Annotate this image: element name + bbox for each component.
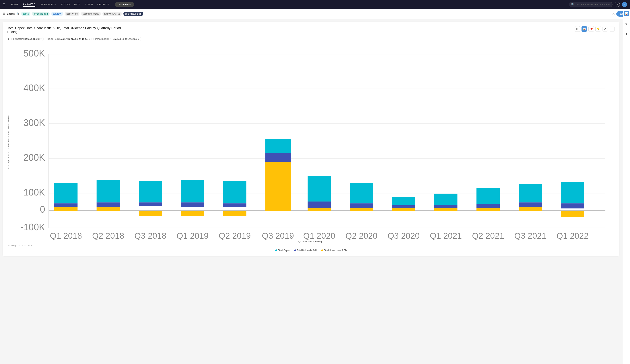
bar-share-q2-2020[interactable] [350,208,373,211]
insight-btn[interactable]: 💡 [595,26,601,32]
bar-share-q2-2018[interactable] [96,207,120,211]
nav-spotiq[interactable]: SPOTIQ [60,2,70,6]
sidebar-chart-btn[interactable]: 📊 [624,11,629,16]
bar-chart-btn[interactable]: 📊 [582,26,587,32]
bar-div-q2-2018[interactable] [96,202,120,207]
bar-div-q1-2018[interactable] [54,203,78,207]
bar-div-q1-2022[interactable] [561,203,584,208]
filter-ticker[interactable]: Ticker-Region ampy-us, apa-us, ar-us, c.… [45,37,92,41]
help-button[interactable]: ? [615,2,620,7]
filter-period-label: Period Ending [95,38,109,40]
toolbar: ⊞ 📊 📌 💡 ↗ ••• [574,26,615,32]
bar-share-q1-2018[interactable] [54,207,78,211]
tag-ticker[interactable]: ampy-us...wll-us [102,12,122,16]
bar-share-q2-2019[interactable] [223,211,246,216]
nav-home[interactable]: HOME [11,2,18,6]
global-search-bar[interactable]: 🔍 [569,2,612,7]
sidebar-settings-btn[interactable]: ⚙ [624,21,629,26]
more-btn[interactable]: ••• [609,26,615,32]
global-search-input[interactable] [576,3,610,6]
bar-capex-q1-2020[interactable] [308,176,331,202]
svg-text:Q2 2019: Q2 2019 [219,231,251,241]
search-data-button[interactable]: Search data [115,2,134,7]
svg-text:Q3 2020: Q3 2020 [388,231,420,241]
bar-capex-q1-2021[interactable] [434,194,457,205]
svg-text:Q3 2019: Q3 2019 [262,231,294,241]
bar-capex-q3-2021[interactable] [518,184,542,202]
nav-right: 🔍 ? P [569,2,627,7]
x-axis-text: Quarterly Period Ending [298,240,322,243]
avatar[interactable]: P [622,2,627,7]
bar-share-q3-2019[interactable] [266,162,291,211]
y-axis-label: Total Capex & Total Dividends Paid & Tot… [7,45,11,240]
bar-capex-q3-2018[interactable] [139,181,162,202]
sidebar-info-btn[interactable]: ℹ [624,31,629,36]
bar-chart-svg: text.tick { font-size: 20px; fill: #888;… [12,45,615,240]
nav-data[interactable]: DATA [74,2,80,6]
tag-upstream-energy[interactable]: upstream energy [81,12,101,16]
pin-btn[interactable]: 📌 [588,26,594,32]
legend-capex-dot [275,249,277,251]
bar-share-q1-2022[interactable] [561,211,584,217]
bar-div-q3-2021[interactable] [518,202,542,207]
bar-share-q1-2019[interactable] [181,211,204,216]
tag-last-5-years[interactable]: last 5 years [65,12,80,16]
bar-capex-q1-2018[interactable] [54,183,78,203]
bar-div-q3-2018[interactable] [139,202,162,206]
table-view-btn[interactable]: ⊞ [574,26,580,32]
sort-icon[interactable]: ↑ [322,240,324,243]
bar-share-q3-2021[interactable] [518,207,542,211]
svg-text:Q3 2018: Q3 2018 [134,231,166,241]
filter-period[interactable]: Period Ending >= 01/01/2018 < 01/01/2023… [93,37,141,41]
bar-div-q3-2019[interactable] [266,153,291,162]
svg-text:500K: 500K [23,48,45,58]
bar-capex-q3-2020[interactable] [392,197,415,205]
chart-area: Total Capex & Total Dividends Paid & Tot… [7,45,615,252]
legend-dividends-label: Total Dividends Paid [297,249,317,252]
sidebar-divider-2 [624,28,629,29]
share-btn[interactable]: ↗ [602,26,608,32]
bar-div-q3-2020[interactable] [392,205,415,208]
svg-text:400K: 400K [23,83,45,93]
bar-capex-q2-2021[interactable] [476,188,500,204]
filter-ticker-chevron: ▾ [89,38,90,40]
tag-capex[interactable]: capex [21,12,30,16]
svg-text:0: 0 [40,204,45,215]
filter-sector-chevron: ▾ [40,38,42,40]
bar-share-q3-2018[interactable] [139,211,162,216]
bar-share-q1-2020[interactable] [308,208,331,211]
bar-share-q2-2021[interactable] [476,208,500,211]
bar-div-q1-2019[interactable] [181,202,204,207]
bar-capex-q2-2018[interactable] [96,180,120,202]
svg-text:-100K: -100K [20,222,45,232]
nav-answers[interactable]: ANSWERS [23,2,35,7]
bar-capex-q1-2019[interactable] [181,180,204,202]
bar-capex-q2-2020[interactable] [350,183,373,203]
navbar: T HOME ANSWERS LIVEBOARDS SPOTIQ DATA AD… [0,0,630,9]
bar-div-q2-2019[interactable] [223,203,246,207]
nav-liveboards[interactable]: LIVEBOARDS [40,2,56,6]
search-icon-sm: 🔍 [16,12,20,15]
nav-admin[interactable]: ADMIN [85,2,93,6]
svg-text:200K: 200K [23,152,45,163]
tag-share-issue[interactable]: share issue & bb [124,12,143,16]
bar-div-q1-2021[interactable] [434,205,457,208]
legend-share-label: Total Share Issue & BB [324,249,346,252]
chart-title: Total Capex, Total Share Issue & BB, Tot… [7,26,131,34]
svg-text:Q1 2018: Q1 2018 [50,231,82,241]
tag-quarterly[interactable]: quarterly [51,12,63,16]
legend-dividends: Total Dividends Paid [294,249,317,252]
search-clear-button[interactable]: ✕ [612,12,615,16]
bar-div-q1-2020[interactable] [308,202,331,208]
bar-share-q3-2020[interactable] [392,208,415,211]
bar-share-q1-2021[interactable] [434,208,457,211]
bar-capex-q2-2019[interactable] [223,181,246,203]
tag-dividends-paid[interactable]: dividends paid [32,12,50,16]
filter-sector[interactable]: L2 Sector upstream energy ▾ [11,37,44,41]
bar-capex-q1-2022[interactable] [561,182,584,203]
nav-develop[interactable]: DEVELOP [97,2,109,6]
bar-div-q2-2020[interactable] [350,203,373,208]
bar-div-q2-2021[interactable] [476,204,500,208]
svg-text:Q2 2021: Q2 2021 [472,231,504,241]
bar-capex-q3-2019[interactable] [266,139,291,153]
